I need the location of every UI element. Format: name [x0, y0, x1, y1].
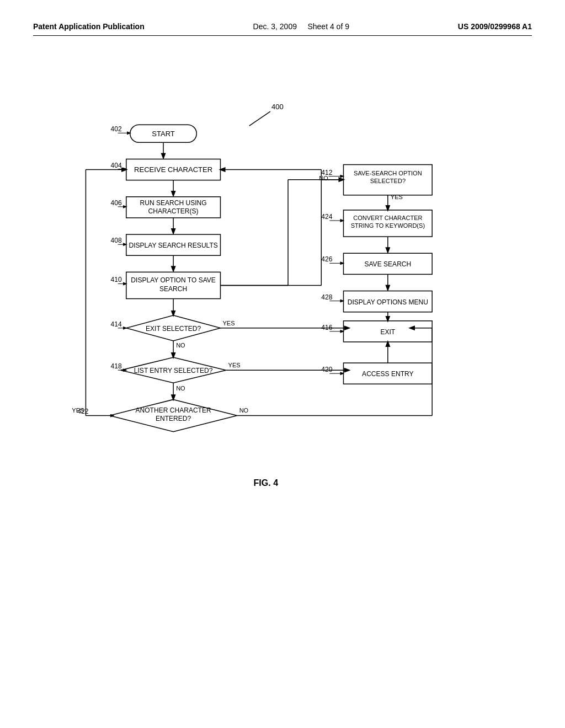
header-sheet: Sheet 4 of 9 [307, 22, 349, 31]
yes-412: YES [391, 194, 403, 200]
list-entry-selected-label: LIST ENTRY SELECTED? [134, 367, 213, 374]
start-label: START [152, 130, 175, 138]
fig-label: FIG. 4 [254, 478, 279, 488]
another-char-line2: ENTERED? [156, 415, 191, 422]
ref-406: 406 [111, 199, 122, 207]
save-search-option-line1: SAVE-SEARCH OPTION [354, 170, 422, 176]
convert-char-line1: CONVERT CHARACTER [353, 215, 422, 221]
yes-414: YES [223, 320, 235, 326]
display-options-menu-label: DISPLAY OPTIONS MENU [348, 298, 428, 306]
ref-414: 414 [111, 320, 122, 328]
ref-402: 402 [111, 125, 122, 133]
display-option-line1: DISPLAY OPTION TO SAVE [131, 276, 216, 284]
ref-416: 416 [321, 324, 332, 331]
header-date-sheet: Dec. 3, 2009 Sheet 4 of 9 [253, 22, 349, 31]
receive-character-label: RECEIVE CHARACTER [134, 165, 212, 174]
header-publication: Patent Application Publication [33, 22, 145, 31]
ref-404: 404 [111, 162, 122, 169]
yes-422: YES [72, 408, 84, 414]
ref-428: 428 [321, 293, 332, 301]
access-entry-label: ACCESS ENTRY [362, 370, 414, 378]
ref-426: 426 [321, 255, 332, 263]
yes-418: YES [228, 362, 241, 368]
flowchart-svg: 400 402 START 404 RECEIVE CHARACTER 406 … [33, 47, 532, 654]
header-date: Dec. 3, 2009 [253, 22, 297, 31]
run-search-line1: RUN SEARCH USING [140, 199, 207, 207]
page-header: Patent Application Publication Dec. 3, 2… [33, 22, 532, 36]
svg-line-0 [249, 111, 270, 126]
convert-char-line2: STRING TO KEYWORD(S) [351, 222, 425, 229]
diagram-area: 400 402 START 404 RECEIVE CHARACTER 406 … [33, 47, 532, 654]
header-patent-number: US 2009/0299968 A1 [458, 22, 532, 31]
ref-400: 400 [271, 103, 284, 111]
ref-420: 420 [321, 366, 332, 373]
no-418: NO [176, 385, 185, 392]
run-search-line2: CHARACTER(S) [148, 207, 199, 215]
no-414: NO [176, 342, 185, 349]
display-search-results-label: DISPLAY SEARCH RESULTS [129, 242, 217, 249]
save-search-option-line2: SELECTED? [370, 178, 406, 184]
ref-408: 408 [111, 237, 122, 244]
ref-418: 418 [111, 362, 122, 370]
page: Patent Application Publication Dec. 3, 2… [0, 0, 565, 728]
no-412: NO [319, 175, 328, 181]
exit-selected-label: EXIT SELECTED? [146, 325, 201, 333]
no-422: NO [239, 408, 249, 414]
save-search-label: SAVE SEARCH [364, 260, 411, 268]
display-option-line2: SEARCH [159, 285, 187, 293]
ref-424: 424 [321, 213, 332, 221]
ref-410: 410 [111, 276, 122, 283]
exit-label: EXIT [380, 328, 395, 336]
another-char-line1: ANOTHER CHARACTER [136, 407, 212, 415]
